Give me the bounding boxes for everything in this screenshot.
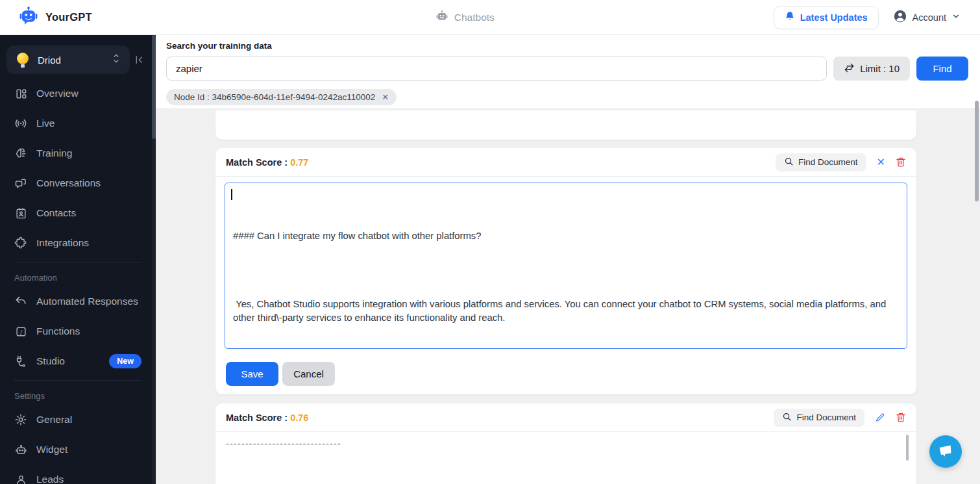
bell-icon [785,11,795,23]
section-label-settings: Settings [0,381,156,405]
account-menu[interactable]: Account [893,9,961,25]
edit-pencil-icon[interactable] [875,413,885,423]
chevron-updown-icon [112,53,121,66]
live-broadcast-icon [14,117,27,130]
reply-arrow-icon [14,295,27,308]
card-partial [215,110,916,140]
match-score-label: Match Score : 0.77 [226,157,308,168]
speech-bubble-icon [937,442,955,461]
node-id-filter-tag: Node Id : 34b6590e-604d-11ef-9494-0242ac… [166,89,397,105]
brain-icon [14,147,27,160]
yourgpt-logo-robot-icon [18,6,39,29]
training-data-text: #### Can I integrate my flow chatbot wit… [233,229,899,325]
match-score-value: 0.77 [290,157,308,168]
workspace-name: Driod [38,55,104,66]
section-label-automation: Automation [0,262,156,287]
latest-updates-button[interactable]: Latest Updates [774,6,879,29]
match-score-label: Match Score : 0.76 [226,413,308,423]
result-card-076: Match Score : 0.76 Find Document [215,403,916,484]
workspace-selector[interactable]: Driod [6,45,130,74]
person-icon [14,473,27,484]
gear-icon [14,413,27,426]
sidebar-item-functions[interactable]: f Functions [0,316,156,346]
sidebar-scrollbar-thumb[interactable] [152,35,156,139]
limit-button[interactable]: Limit : 10 [833,57,910,81]
sidebar-item-widget[interactable]: Widget [0,435,156,465]
search-icon [784,157,794,168]
sidebar-collapse-icon[interactable] [130,55,149,65]
find-document-button[interactable]: Find Document [774,409,864,427]
sidebar-item-conversations[interactable]: Conversations [0,168,156,198]
textarea-scrollbar-thumb[interactable] [906,435,909,461]
remove-tag-icon[interactable]: ✕ [382,93,389,101]
training-data-textarea[interactable]: #### Can I integrate my flow chatbot wit… [225,183,907,349]
chat-bubbles-icon [14,177,27,190]
sidebar-item-overview[interactable]: Overview [0,79,156,108]
sidebar-item-live[interactable]: Live [0,108,156,138]
find-document-button[interactable]: Find Document [776,153,866,172]
cancel-button[interactable]: Cancel [282,362,335,386]
results-list: Match Score : 0.77 Find Document ✕ [156,109,980,484]
chat-widget-button[interactable] [929,435,962,468]
text-caret [231,189,232,200]
search-section: Search your training data Limit : 10 Fin… [156,35,980,109]
robot-widget-icon [14,443,27,456]
brand-name: YourGPT [45,11,92,23]
puzzle-icon [14,236,27,249]
overview-icon [14,87,27,100]
close-edit-icon[interactable]: ✕ [877,156,885,168]
match-score-value: 0.76 [290,413,308,423]
sidebar-item-training[interactable]: Training [0,138,156,168]
sidebar: Driod Overview Live Training [0,35,156,484]
page-scrollbar-thumb[interactable] [975,101,979,201]
user-circle-icon [893,9,907,25]
trash-icon[interactable] [896,157,906,168]
sidebar-item-automated-responses[interactable]: Automated Responses [0,287,156,316]
contact-card-icon [14,207,27,220]
top-header: YourGPT Chatbots Latest [0,0,980,35]
sidebar-item-general[interactable]: General [0,405,156,435]
svg-text:f: f [20,328,23,335]
search-label: Search your training data [166,41,968,51]
brand: YourGPT [0,6,156,29]
sidebar-item-leads[interactable]: Leads [0,465,156,484]
chatbots-robot-icon [435,9,449,26]
search-icon [782,412,792,424]
sidebar-item-contacts[interactable]: Contacts [0,198,156,228]
lightbulb-icon [16,53,30,67]
sidebar-item-studio[interactable]: Studio New [0,346,156,376]
swap-arrows-icon [844,63,855,75]
training-data-preview: ------------------------------ [215,432,916,456]
chevron-down-icon [951,12,961,23]
nav-title-chatbots: Chatbots [156,9,774,26]
result-card-077: Match Score : 0.77 Find Document ✕ [215,148,916,394]
plug-icon [14,355,27,368]
sidebar-item-integrations[interactable]: Integrations [0,228,156,258]
main-content: Match Score : 0.77 Find Document ✕ [156,35,980,484]
search-input[interactable] [166,57,827,81]
trash-icon[interactable] [896,412,906,423]
save-button[interactable]: Save [226,362,278,386]
find-button[interactable]: Find [916,57,968,81]
new-badge: New [109,354,141,368]
function-icon: f [14,325,27,338]
